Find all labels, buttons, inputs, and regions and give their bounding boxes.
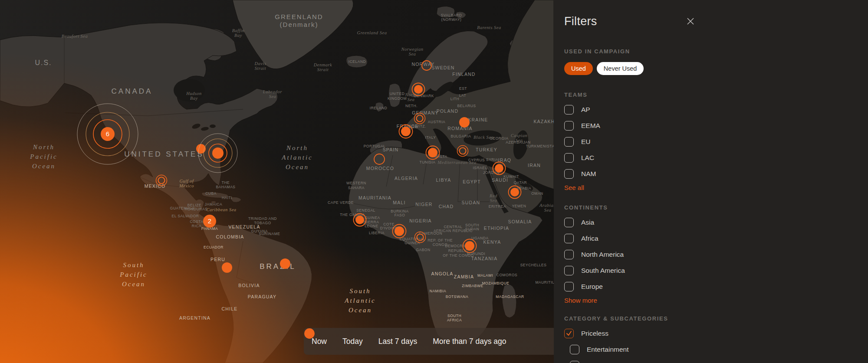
map-overlay-svg: GREENLAND(Denmark)CANADAU.S.UNITED STATE…	[0, 0, 554, 363]
checkbox-row-africa[interactable]: Africa	[564, 230, 694, 246]
map-marker-today[interactable]	[463, 239, 477, 253]
map-label: Norwegian	[401, 47, 423, 52]
checkbox[interactable]	[564, 137, 574, 147]
map-label: ZIMBABWE	[462, 284, 483, 288]
checkbox[interactable]	[564, 153, 574, 163]
map-label: GREENLAND	[275, 13, 323, 20]
filter-section: CATEGORY & SUBCATEGORIESPricelessEnterta…	[564, 315, 694, 363]
checkbox[interactable]	[570, 361, 579, 363]
map-marker-cluster[interactable]	[198, 134, 237, 173]
pill-never-used[interactable]: Never Used	[597, 62, 644, 75]
map-label: BOLIVIA	[238, 283, 260, 288]
map-label: Barents Sea	[477, 25, 501, 30]
checkbox[interactable]	[564, 218, 574, 227]
map-label: TURKMENISTAN	[526, 144, 554, 148]
map-label: ALGERIA	[395, 176, 418, 181]
map-label: North	[286, 144, 308, 151]
map-label: CUBA	[205, 191, 217, 196]
map-label: CAPE VERDE	[328, 200, 354, 205]
map-label: MOROCCO	[366, 166, 394, 171]
map-label: LITH	[450, 97, 459, 101]
checkbox[interactable]	[564, 250, 574, 259]
map-label: Atlantic	[344, 297, 376, 304]
checkbox[interactable]	[564, 169, 574, 179]
filter-section-header: TEAMS	[564, 92, 694, 98]
checkbox-row-north-america[interactable]: North America	[564, 246, 694, 262]
map-label: HONDURAS	[185, 207, 208, 211]
filter-section-header: CONTINENTS	[564, 204, 694, 211]
map-marker-today[interactable]	[399, 125, 413, 138]
checkbox-row-eema[interactable]: EEMA	[564, 118, 694, 134]
map-marker-now[interactable]	[280, 258, 290, 269]
checkbox[interactable]	[564, 234, 574, 243]
map-marker-more[interactable]	[374, 154, 385, 164]
map-label: CYPRUS	[468, 158, 485, 162]
world-map[interactable]: GREENLAND(Denmark)CANADAU.S.UNITED STATE…	[0, 0, 554, 363]
checkbox-row-europe[interactable]: Europe	[564, 278, 694, 294]
legend-label: Last 7 days	[378, 337, 418, 346]
checkbox-row-lac[interactable]: LAC	[564, 150, 694, 166]
map-label: Ocean	[349, 307, 372, 314]
map-label: RICA	[192, 224, 201, 228]
checkbox-row-asia[interactable]: Asia	[564, 214, 694, 230]
map-label: TUNISIA	[419, 160, 435, 164]
map-label: South	[123, 262, 144, 268]
checkbox-row-ap[interactable]: AP	[564, 101, 694, 118]
map-label: LIBERIA	[369, 231, 385, 235]
checkbox-row-partial[interactable]	[570, 357, 694, 363]
link-see-all[interactable]: See all	[564, 184, 694, 191]
checkbox-list: APEEMAEULACNAM	[564, 101, 694, 182]
link-show-more[interactable]: Show more	[564, 297, 694, 304]
map-label: AFRICA	[447, 318, 462, 322]
checkbox[interactable]	[564, 282, 574, 291]
map-marker-today[interactable]	[509, 186, 521, 199]
checkbox[interactable]	[564, 105, 574, 114]
pill-used[interactable]: Used	[564, 62, 593, 75]
close-icon[interactable]	[687, 17, 694, 25]
checkbox-row-entertainment[interactable]: Entertainment	[570, 341, 694, 357]
map-label: ANGOLA	[431, 271, 454, 276]
map-label: Ocean	[122, 281, 145, 288]
map-label: UNITED STATES	[124, 150, 204, 158]
map-label: BULGARIA	[451, 134, 471, 138]
checkbox-label: Africa	[581, 235, 598, 242]
map-label: POLAND	[437, 108, 458, 114]
map-marker-last7[interactable]	[457, 146, 468, 157]
checkbox-label: Asia	[581, 219, 594, 226]
checkbox-label: LAC	[581, 154, 594, 162]
map-label: OMAN	[531, 191, 543, 196]
map-label: REP. OF THE	[427, 238, 453, 242]
checkbox[interactable]	[570, 345, 579, 354]
map-label: SYRIA	[486, 157, 498, 162]
checkbox-row-nam[interactable]: NAM	[564, 166, 694, 182]
map-label: WESTERN	[346, 181, 366, 185]
map-label: SAHARA	[348, 186, 365, 190]
checkbox[interactable]	[564, 266, 574, 275]
checkbox-row-eu[interactable]: EU	[564, 134, 694, 150]
checkbox-row-south-america[interactable]: South America	[564, 262, 694, 278]
map-label: South	[349, 288, 371, 294]
map-label: Sea	[544, 208, 552, 213]
map-marker-cluster[interactable]: 2	[203, 215, 216, 228]
map-label: ISRAEL	[473, 166, 487, 170]
map-marker-today[interactable]	[426, 146, 440, 160]
legend-item-today: Today	[342, 337, 363, 346]
app: GREENLAND(Denmark)CANADAU.S.UNITED STATE…	[0, 0, 868, 363]
map-marker-now[interactable]	[459, 117, 470, 128]
map-label: SAUDI	[492, 177, 508, 183]
svg-text:2: 2	[208, 217, 211, 225]
checkbox-checked[interactable]	[564, 329, 574, 338]
map-label: UNITED	[390, 92, 405, 96]
map-label: Ocean	[286, 164, 309, 170]
checkbox[interactable]	[564, 121, 574, 131]
map-marker-today[interactable]	[393, 225, 406, 238]
map-label: CANADA	[112, 87, 153, 95]
checkbox-row-priceless[interactable]: Priceless	[564, 325, 694, 341]
map-label: SWEDEN	[431, 65, 454, 70]
map-label: NIGER	[415, 202, 432, 207]
legend-item-more: More than 7 days ago	[433, 337, 506, 346]
map-label: LEONE	[365, 224, 378, 228]
checkbox-label: EEMA	[581, 122, 600, 130]
map-label: ARABIA	[516, 186, 531, 190]
map-marker-now[interactable]	[222, 262, 232, 273]
